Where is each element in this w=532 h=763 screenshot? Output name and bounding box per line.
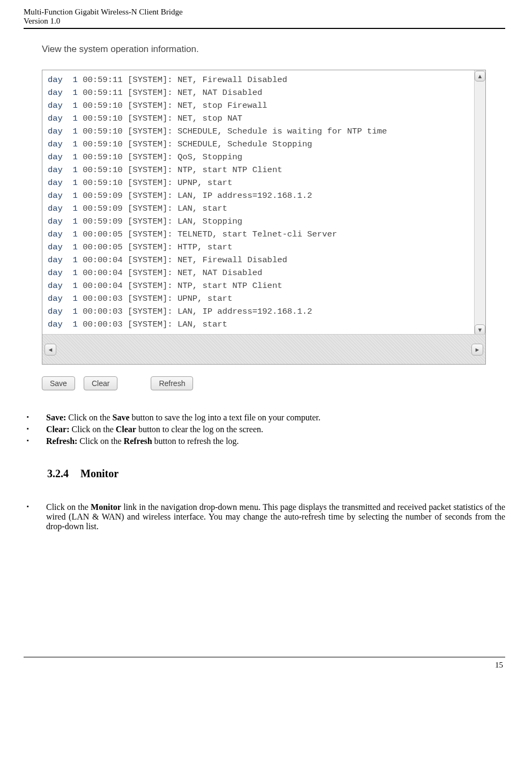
bullet-clear: Clear: Click on the Clear button to clea…	[24, 425, 505, 436]
vertical-scrollbar[interactable]: ▲ ▼	[474, 70, 485, 336]
refresh-button[interactable]: Refresh	[151, 376, 193, 390]
scroll-right-icon[interactable]: ►	[471, 344, 483, 355]
clear-button[interactable]: Clear	[84, 376, 117, 390]
log-line: day 1 00:59:11 [SYSTEM]: NET, Firewall D…	[48, 73, 480, 86]
bullet-refresh-label: Refresh:	[46, 436, 77, 446]
bullet-clear-bold2: Clear	[116, 425, 136, 434]
log-line: day 1 00:59:10 [SYSTEM]: NET, stop NAT	[48, 112, 480, 125]
log-line: day 1 00:00:04 [SYSTEM]: NET, NAT Disabl…	[48, 266, 480, 279]
log-line: day 1 00:59:10 [SYSTEM]: NET, stop Firew…	[48, 99, 480, 112]
log-textarea[interactable]: day 1 00:59:11 [SYSTEM]: NET, Firewall D…	[42, 70, 486, 365]
log-line: day 1 00:59:09 [SYSTEM]: LAN, IP address…	[48, 189, 480, 202]
header-title: Multi-Function Gigabit Wireless-N Client…	[24, 8, 505, 17]
bullet-save-text1: Click on the	[66, 413, 112, 422]
monitor-text-pre: Click on the	[46, 502, 91, 512]
scroll-down-icon[interactable]: ▼	[475, 324, 485, 335]
log-line: day 1 00:00:03 [SYSTEM]: LAN, start	[48, 318, 480, 331]
header-version: Version 1.0	[24, 17, 505, 26]
log-caption: View the system operation information.	[42, 44, 492, 55]
save-button[interactable]: Save	[42, 376, 75, 390]
bullet-save-text2: button to save the log into a text file …	[130, 413, 321, 422]
bullet-refresh: Refresh: Click on the Refresh button to …	[24, 436, 505, 448]
section-title: Monitor	[80, 468, 119, 479]
log-line: day 1 00:59:11 [SYSTEM]: NET, NAT Disabl…	[48, 86, 480, 99]
log-line: day 1 00:00:03 [SYSTEM]: LAN, IP address…	[48, 305, 480, 318]
log-line: day 1 00:59:09 [SYSTEM]: LAN, start	[48, 202, 480, 215]
log-line: day 1 00:59:10 [SYSTEM]: NTP, start NTP …	[48, 164, 480, 176]
bullet-refresh-text1: Click on the	[77, 436, 123, 446]
bullet-save-label: Save:	[46, 413, 66, 422]
log-line: day 1 00:59:10 [SYSTEM]: QoS, Stopping	[48, 151, 480, 164]
horizontal-scrollbar[interactable]: ◄ ►	[42, 334, 485, 364]
header-divider	[24, 28, 505, 29]
footer-divider	[24, 657, 505, 657]
scroll-left-icon[interactable]: ◄	[45, 344, 56, 355]
log-line: day 1 00:00:02 [SYSTEM]: BR, start	[48, 331, 480, 332]
scroll-up-icon[interactable]: ▲	[475, 71, 485, 82]
bullet-clear-text2: button to clear the log on the screen.	[136, 425, 263, 434]
bullet-clear-label: Clear:	[46, 425, 70, 434]
bullet-clear-text1: Click on the	[70, 425, 116, 434]
bullet-save-bold2: Save	[113, 413, 130, 422]
log-line: day 1 00:59:10 [SYSTEM]: SCHEDULE, Sched…	[48, 138, 480, 151]
bullet-refresh-bold2: Refresh	[124, 436, 152, 446]
log-line: day 1 00:59:10 [SYSTEM]: SCHEDULE, Sched…	[48, 125, 480, 138]
section-heading: 3.2.4Monitor	[47, 468, 505, 480]
log-line: day 1 00:00:05 [SYSTEM]: HTTP, start	[48, 241, 480, 254]
log-line: day 1 00:00:05 [SYSTEM]: TELNETD, start …	[48, 228, 480, 241]
bullet-refresh-text2: button to refresh the log.	[152, 436, 239, 446]
monitor-bold: Monitor	[91, 502, 121, 512]
log-line: day 1 00:00:04 [SYSTEM]: NTP, start NTP …	[48, 279, 480, 292]
log-line: day 1 00:59:09 [SYSTEM]: LAN, Stopping	[48, 215, 480, 228]
log-line: day 1 00:00:03 [SYSTEM]: UPNP, start	[48, 292, 480, 305]
bullet-monitor: Click on the Monitor link in the navigat…	[24, 502, 505, 534]
page-number: 15	[24, 661, 505, 670]
bullet-save: Save: Click on the Save button to save t…	[24, 413, 505, 425]
log-line: day 1 00:00:04 [SYSTEM]: NET, Firewall D…	[48, 254, 480, 266]
section-number: 3.2.4	[47, 468, 69, 480]
log-line: day 1 00:59:10 [SYSTEM]: UPNP, start	[48, 176, 480, 189]
